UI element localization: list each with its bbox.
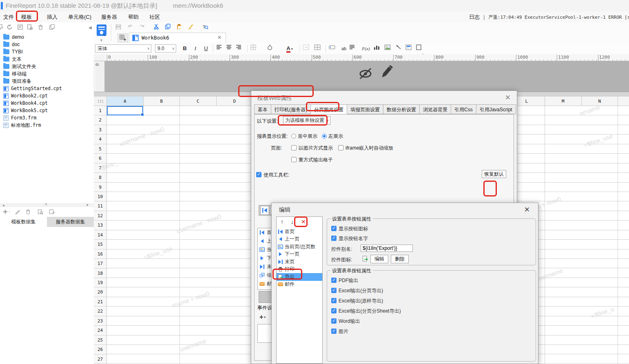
close-icon[interactable]: ✕	[505, 93, 511, 102]
preview-dataset-icon[interactable]	[38, 209, 45, 216]
delete-icon-button[interactable]: 删除	[391, 255, 409, 263]
checkbox-checked-icon[interactable]	[331, 318, 337, 324]
checkbox-output-Excel输出(分页导出)[interactable]: Excel输出(分页导出)	[331, 287, 383, 294]
web-dialog-tab-基本[interactable]: 基本	[254, 104, 271, 114]
row-header-14[interactable]: 14	[94, 230, 107, 240]
row-header-20[interactable]: 20	[94, 287, 107, 297]
row-header-3[interactable]: 3	[94, 125, 107, 135]
save-icon[interactable]	[115, 24, 125, 33]
row-header-21[interactable]: 21	[94, 297, 107, 307]
splitter-handle-icon[interactable]: =	[45, 202, 47, 207]
menu-item-6[interactable]: 帮助	[128, 11, 139, 22]
paragraph-button[interactable]	[349, 44, 358, 53]
delete-dataset-icon[interactable]	[25, 209, 33, 216]
undo-icon[interactable]	[127, 24, 137, 33]
checkbox-checked-icon[interactable]	[331, 236, 337, 241]
checkbox-checked-icon[interactable]	[331, 226, 337, 231]
tree-item-Form3.frm[interactable]: Form3.frm	[0, 114, 93, 121]
unmerge-cells-button[interactable]	[314, 44, 323, 53]
tree-item-移动端[interactable]: 移动端	[0, 70, 93, 77]
checkbox-icon[interactable]	[291, 157, 297, 162]
checkbox-image-mode[interactable]: 以图片方式显示	[291, 145, 333, 152]
menu-item-3[interactable]: 插入	[47, 11, 58, 22]
web-dialog-tab-打印机(服务器)[interactable]: 打印机(服务器)	[271, 104, 311, 114]
tab-workbook6[interactable]: WorkBook6 ✕	[129, 33, 226, 43]
radio-left-display[interactable]: 左展示	[322, 133, 343, 140]
row-header-6[interactable]: 6	[94, 154, 107, 163]
tree-item-GettingStarted.cpt[interactable]: GettingStarted.cpt	[0, 85, 93, 92]
borders-button[interactable]: ▼	[250, 44, 264, 53]
tab-close-icon[interactable]: ✕	[217, 35, 221, 40]
text-widget-button[interactable]	[329, 44, 338, 53]
dataset-tab-服务器数据集[interactable]: 服务器数据集	[47, 217, 94, 227]
web-dialog-tab-填报页面设置[interactable]: 填报页面设置	[347, 104, 383, 114]
edit-list-item-当前页/总页数[interactable]: 当前页/总页数	[277, 243, 322, 251]
column-header-B[interactable]: B	[144, 97, 180, 106]
checkbox-iframe[interactable]: iframe嵌入时自动缩放	[338, 145, 393, 152]
edit-list-item-首页[interactable]: 首页	[277, 228, 322, 236]
tree-item-测试文件夹[interactable]: 测试文件夹	[0, 63, 93, 70]
close-icon[interactable]: ✕	[524, 205, 530, 214]
refresh-icon[interactable]	[7, 24, 14, 31]
web-dialog-tab-浏览器背景[interactable]: 浏览器背景	[420, 104, 451, 114]
row-header-18[interactable]: 18	[94, 269, 107, 278]
column-header-M[interactable]: M	[545, 97, 582, 106]
edit-list-item-邮件[interactable]: 邮件	[277, 281, 322, 289]
paste-icon[interactable]	[176, 24, 186, 33]
tree-item-WorkBook5.cpt[interactable]: WorkBook5.cpt	[0, 107, 93, 114]
row-header-15[interactable]: 15	[94, 240, 107, 249]
new-tab-button[interactable]	[117, 33, 128, 42]
bold-button[interactable]: B	[180, 44, 189, 53]
row-header-25[interactable]: 25	[94, 335, 107, 345]
copy-icon[interactable]	[165, 24, 175, 33]
sidebar-splitter[interactable]: ▲ = ▼	[0, 203, 94, 207]
template-preview-icon[interactable]	[17, 24, 24, 31]
row-header-19[interactable]: 19	[94, 278, 107, 287]
redo-icon[interactable]	[139, 24, 148, 33]
tree-item-标准地图.frm[interactable]: 标准地图.frm	[0, 121, 93, 129]
checkbox-output-Excel输出(原样导出)[interactable]: Excel输出(原样导出)	[331, 298, 383, 304]
checkbox-icon[interactable]	[291, 145, 297, 150]
column-header-N[interactable]: N	[582, 97, 618, 106]
chart-button[interactable]	[374, 44, 383, 53]
row-header-5[interactable]: 5	[94, 144, 107, 154]
splitter-down-icon[interactable]: ▼	[86, 203, 89, 207]
web-dialog-tab-引用Css[interactable]: 引用Css	[451, 104, 476, 114]
log-label[interactable]: 日志	[469, 14, 480, 20]
add-event-button[interactable]: +▼	[259, 313, 266, 321]
eye-slash-icon[interactable]	[357, 66, 374, 80]
add-dataset-icon[interactable]	[2, 209, 10, 216]
edit-icon-button[interactable]: 编辑	[370, 255, 388, 263]
line-button[interactable]	[396, 44, 405, 53]
row-header-13[interactable]: 13	[94, 221, 107, 230]
trash-icon[interactable]	[38, 24, 45, 31]
checkbox-show-name[interactable]: 显示按钮名字	[331, 235, 368, 242]
row-header-10[interactable]: 10	[94, 192, 107, 201]
radio-center-display[interactable]: 居中展示	[291, 133, 317, 140]
fill-color-button[interactable]: ▼	[267, 44, 281, 53]
checkbox-checked-icon[interactable]	[331, 329, 337, 334]
move-down-icon[interactable]: ↓	[291, 218, 294, 225]
edit-list-item-末页[interactable]: 末页	[277, 258, 322, 266]
text-search-icon[interactable]: T	[202, 24, 212, 33]
row-header-22[interactable]: 22	[94, 307, 107, 316]
dataset-tab-模板数据集[interactable]: 模板数据集	[0, 217, 47, 227]
checkbox-output-PDF输出[interactable]: PDF输出	[331, 277, 358, 284]
formula-button[interactable]: F(x)	[360, 44, 372, 53]
checkbox-icon[interactable]	[338, 145, 343, 150]
checkbox-checked-icon[interactable]	[331, 308, 337, 313]
menu-item-2[interactable]: 模板	[21, 11, 32, 22]
column-header-C[interactable]: C	[180, 97, 217, 106]
checkbox-heavy-grid[interactable]: 重方式输出格子	[291, 157, 333, 163]
checkbox-checked-icon[interactable]	[331, 288, 337, 293]
sheet-select-all-corner[interactable]	[94, 97, 107, 106]
edit-list-item-打印[interactable]: 打印	[277, 266, 322, 274]
page-border-button[interactable]: ▼	[416, 44, 430, 53]
align-left-button[interactable]	[216, 44, 225, 53]
tree-item-文本[interactable]: 文本	[0, 55, 93, 63]
menu-item-7[interactable]: 社区	[149, 11, 160, 22]
checkbox-output-Excel输出(分页分Sheet导出)[interactable]: Excel输出(分页分Sheet导出)	[331, 308, 401, 315]
row-header-27[interactable]: 27	[94, 355, 107, 364]
row-header-8[interactable]: 8	[94, 173, 107, 182]
tree-item-demo[interactable]: demo	[0, 33, 93, 41]
